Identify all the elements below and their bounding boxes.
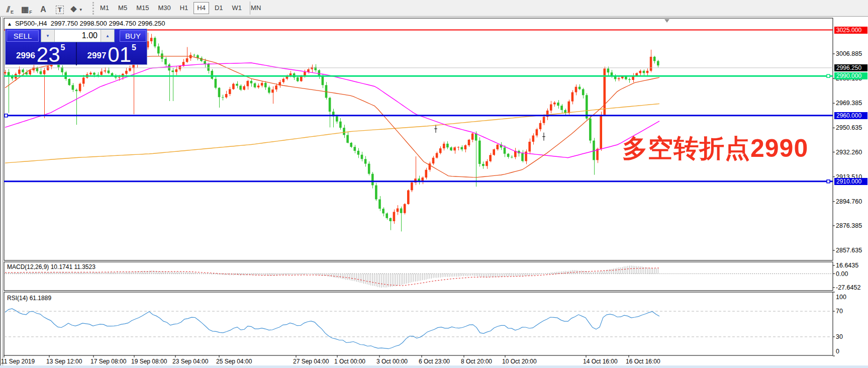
candle: [393, 212, 396, 221]
candle: [593, 141, 595, 160]
time-axis-label: 11 Sep 2019: [1, 358, 35, 365]
price-axis-label: 2950.635: [836, 124, 868, 131]
hline-handle[interactable]: [827, 74, 830, 77]
buy-price-big: 01: [108, 45, 131, 64]
current-price-label: 2996.250: [834, 64, 867, 71]
hline-handle[interactable]: [827, 180, 830, 183]
panel-border-2: [4, 292, 833, 355]
price-axis-label: 2857.635: [836, 247, 868, 254]
trading-terminal-window: ⫽E▦FAT❖▼ M1M5M15M30H1H4D1W1MN ▲SP500-,H4…: [0, 0, 868, 368]
candle: [528, 142, 531, 152]
price-axis-label: 2932.260: [836, 149, 868, 156]
macd-axis-label: 0.00: [836, 270, 868, 278]
candle: [243, 86, 245, 90]
ohlc-values: 2997.750 2998.500 2994.750 2996.250: [51, 20, 165, 27]
buy-price-area[interactable]: 2997 01 5: [77, 42, 147, 65]
candle: [453, 147, 456, 150]
sell-price-area[interactable]: 2996 23 5: [6, 42, 76, 65]
time-axis-label: 6 Oct 23:00: [419, 358, 450, 365]
macd-indicator-label: MACD(12,26,9) 10.1741 11.3523: [7, 263, 95, 270]
candle: [378, 200, 381, 209]
candle: [607, 68, 610, 72]
candle: [239, 86, 242, 90]
sell-price-prefix: 2996: [16, 51, 35, 61]
symbol-timeframe-label: SP500-,H4: [15, 20, 47, 27]
time-axis-label: 8 Oct 20:00: [461, 358, 492, 365]
candle: [104, 70, 107, 71]
candle: [489, 155, 492, 161]
bid-ask-prices: 2996 23 5 2997 01 5: [6, 42, 147, 65]
volume-increase-button[interactable]: ▲: [101, 30, 114, 42]
candle: [307, 69, 310, 72]
hline-price-label: 2960.000: [834, 112, 867, 119]
candle: [168, 64, 170, 70]
time-axis-label: 14 Oct 16:00: [583, 358, 618, 365]
rsi-axis-label: 70: [836, 308, 868, 315]
rsi-axis-label: 30: [836, 333, 868, 340]
sell-price-sup: 5: [61, 43, 65, 52]
candle: [72, 85, 74, 89]
candle: [350, 143, 352, 147]
candle: [322, 76, 324, 85]
rsi-axis-label: 0: [836, 348, 868, 355]
candle: [568, 102, 570, 113]
candle: [318, 70, 321, 76]
candle: [464, 145, 467, 149]
candle: [211, 71, 214, 79]
candle: [22, 69, 24, 72]
time-axis-label: 13 Sep 12:00: [46, 358, 82, 365]
candle: [560, 106, 563, 110]
buy-price-prefix: 2997: [87, 51, 107, 61]
time-axis-label: 16 Oct 16:00: [626, 358, 660, 365]
candle: [486, 161, 488, 166]
candle: [164, 59, 167, 64]
candle: [643, 71, 645, 73]
hline-handle[interactable]: [5, 114, 8, 117]
candle: [354, 147, 356, 151]
candle: [639, 71, 642, 73]
candle: [215, 79, 217, 88]
candle: [450, 147, 452, 150]
one-click-trade-panel: SELL ▼ 1.00 ▲ BUY 2996 23 5 2997 01 5: [5, 29, 147, 65]
time-axis-label: 1 Oct 00:00: [334, 358, 365, 365]
rsi-axis-label: 100: [836, 294, 868, 301]
candle: [311, 67, 313, 69]
candle: [100, 71, 103, 75]
candle: [357, 151, 360, 155]
volume-field[interactable]: 1.00: [55, 30, 101, 42]
candle: [236, 84, 238, 86]
price-axis-label: 2876.385: [836, 222, 868, 229]
chart-header: ▲SP500-,H4 2997.750 2998.500 2994.750 29…: [7, 20, 165, 27]
buy-button[interactable]: BUY: [120, 30, 146, 42]
time-axis-label: 23 Sep 04:00: [172, 358, 208, 365]
candle: [571, 93, 574, 102]
candle: [493, 149, 495, 155]
volume-decrease-button[interactable]: ▼: [41, 30, 55, 42]
candle: [68, 79, 71, 85]
candle: [271, 89, 274, 93]
candle: [536, 129, 538, 135]
candle: [346, 135, 349, 143]
candle: [457, 147, 459, 148]
candle: [521, 153, 524, 161]
candle: [425, 170, 428, 178]
chart-annotation-text: 多空转折点2990: [622, 132, 808, 165]
candle: [385, 214, 388, 218]
candle: [29, 70, 31, 74]
candle: [247, 81, 249, 86]
volume-stepper: ▼ 1.00 ▲: [41, 29, 115, 42]
panel-border-1: [4, 262, 833, 291]
candle: [108, 70, 110, 73]
time-axis-label: 27 Sep 04:00: [293, 358, 329, 365]
candle: [390, 218, 392, 221]
candle: [275, 85, 277, 89]
time-axis-label: 3 Oct 00:00: [376, 358, 408, 365]
candle: [382, 209, 384, 213]
rsi-indicator-label: RSI(14) 61.1889: [7, 295, 51, 302]
candle: [250, 81, 253, 83]
candle: [175, 69, 178, 72]
symbol-marker-icon: ▲: [7, 21, 12, 27]
macd-axis-label: 16.6435: [836, 262, 868, 269]
sell-button[interactable]: SELL: [7, 30, 39, 42]
macd-axis-label: -27.6452: [836, 284, 868, 291]
